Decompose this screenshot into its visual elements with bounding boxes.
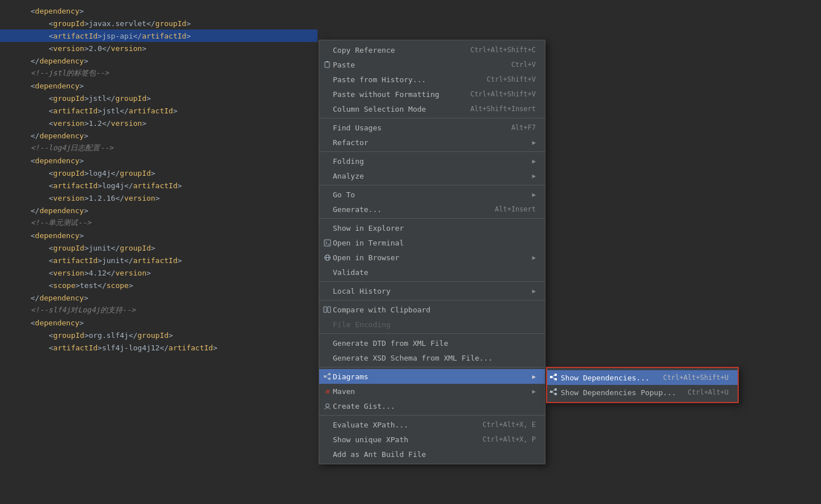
code-line: <dependency> [0, 154, 318, 167]
folding-item[interactable]: Folding ▶ [319, 154, 545, 168]
code-line: <!--log4j日志配置--> [0, 142, 318, 154]
code-line: <version>2.0</version> [0, 42, 318, 54]
code-line: <!--单元测试--> [0, 217, 318, 229]
code-line: <artifactId>slf4j-log4j12</artifactId> [0, 341, 318, 354]
code-line: <artifactId>jstl</artifactId> [0, 104, 318, 117]
generate-dtd-item[interactable]: Generate DTD from XML File [319, 336, 545, 350]
svg-line-13 [326, 376, 328, 379]
code-line: <version>1.2</version> [0, 117, 318, 129]
code-line: </dependency> [0, 291, 318, 304]
separator [319, 300, 545, 300]
file-encoding-item: File Encoding [319, 317, 545, 332]
add-ant-build-item[interactable]: Add as Ant Build File [319, 447, 545, 461]
svg-line-22 [552, 389, 555, 392]
context-menu: Copy Reference Ctrl+Alt+Shift+C Paste Ct… [319, 40, 545, 464]
code-line: <!--jstl的标签包--> [0, 67, 318, 79]
code-line: <!--slf4j对Log4j的支持--> [0, 304, 318, 316]
diagrams-item[interactable]: Diagrams ▶ Show Dependencies... Ctrl+Alt… [319, 369, 545, 384]
code-line: </dependency> [0, 204, 318, 217]
paste-item[interactable]: Paste Ctrl+V [319, 57, 545, 72]
diagram-icon [321, 372, 333, 380]
refactor-item[interactable]: Refactor ▶ [319, 135, 545, 150]
code-line: <groupId>org.slf4j</groupId> [0, 329, 318, 341]
svg-rect-16 [555, 378, 557, 380]
diagrams-submenu: Show Dependencies... Ctrl+Alt+Shift+U Sh… [546, 367, 739, 403]
show-unique-xpath-item[interactable]: Show unique XPath Ctrl+Alt+X, P [319, 432, 545, 447]
svg-line-23 [552, 392, 555, 394]
svg-rect-19 [550, 391, 552, 393]
svg-rect-21 [555, 393, 557, 395]
separator [319, 185, 545, 185]
show-dependencies-item[interactable]: Show Dependencies... Ctrl+Alt+Shift+U [547, 370, 738, 385]
separator [319, 333, 545, 334]
separator [319, 367, 545, 367]
go-to-item[interactable]: Go To ▶ [319, 187, 545, 202]
validate-item[interactable]: Validate [319, 265, 545, 279]
open-browser-item[interactable]: Open in Browser ▶ [319, 250, 545, 265]
code-line: </dependency> [0, 129, 318, 142]
code-line: <groupId>log4j</groupId> [0, 167, 318, 179]
compare-clipboard-item[interactable]: Compare with Clipboard [319, 302, 545, 317]
svg-rect-10 [328, 373, 331, 375]
open-terminal-item[interactable]: Open in Terminal [319, 235, 545, 250]
column-selection-item[interactable]: Column Selection Mode Alt+Shift+Insert [319, 101, 545, 116]
code-line: <version>4.12</version> [0, 266, 318, 279]
code-line: <groupId>jstl</groupId> [0, 92, 318, 104]
code-line: <artifactId>junit</artifactId> [0, 254, 318, 266]
svg-rect-15 [555, 374, 557, 376]
diagram-submenu-icon2 [549, 388, 557, 397]
maven-icon: m [321, 388, 333, 395]
separator [319, 218, 545, 219]
code-line: <artifactId>log4j</artifactId> [0, 179, 318, 192]
svg-rect-20 [555, 388, 557, 391]
evaluate-xpath-item[interactable]: Evaluate XPath... Ctrl+Alt+X, E [319, 417, 545, 432]
create-gist-item[interactable]: Create Gist... [319, 399, 545, 413]
code-line: <groupId>junit</groupId> [0, 242, 318, 254]
diagram-submenu-icon [549, 373, 557, 383]
github-icon [321, 403, 333, 410]
paste-history-item[interactable]: Paste from History... Ctrl+Shift+V [319, 72, 545, 87]
paste-no-format-item[interactable]: Paste without Formatting Ctrl+Alt+Shift+… [319, 87, 545, 101]
separator [319, 281, 545, 282]
separator [319, 151, 545, 152]
svg-rect-8 [328, 307, 331, 312]
code-line-selected: <artifactId>jsp-api</artifactId> [0, 29, 318, 42]
code-line: <dependency> [0, 79, 318, 92]
paste-icon [321, 61, 333, 69]
separator [319, 118, 545, 118]
svg-rect-0 [325, 62, 329, 67]
svg-line-18 [552, 377, 555, 379]
code-line: <dependency> [0, 229, 318, 242]
compare-icon [321, 306, 333, 314]
generate-item[interactable]: Generate... Alt+Insert [319, 202, 545, 217]
show-dependencies-popup-item[interactable]: Show Dependencies Popup... Ctrl+Alt+U [547, 385, 738, 400]
svg-line-17 [552, 375, 555, 377]
terminal-icon [321, 239, 333, 247]
code-line: <groupId>javax.servlet</groupId> [0, 17, 318, 29]
code-line: <dependency> [0, 316, 318, 329]
code-editor: <dependency> <groupId>javax.servlet</gro… [0, 0, 318, 504]
svg-rect-14 [550, 376, 552, 378]
svg-rect-9 [324, 375, 326, 378]
copy-reference-item[interactable]: Copy Reference Ctrl+Alt+Shift+C [319, 43, 545, 57]
svg-point-24 [325, 404, 329, 407]
svg-rect-11 [328, 378, 331, 380]
show-explorer-item[interactable]: Show in Explorer [319, 221, 545, 235]
analyze-item[interactable]: Analyze ▶ [319, 168, 545, 183]
browser-icon [321, 254, 333, 261]
generate-xsd-item[interactable]: Generate XSD Schema from XML File... [319, 350, 545, 365]
maven-item[interactable]: m Maven ▶ [319, 384, 545, 399]
code-line: <version>1.2.16</version> [0, 192, 318, 204]
code-line: </dependency> [0, 54, 318, 67]
svg-rect-7 [324, 307, 327, 312]
find-usages-item[interactable]: Find Usages Alt+F7 [319, 120, 545, 135]
code-line: <scope>test</scope> [0, 279, 318, 291]
svg-rect-1 [326, 61, 328, 62]
local-history-item[interactable]: Local History ▶ [319, 283, 545, 298]
separator [319, 415, 545, 416]
code-line: <dependency> [0, 5, 318, 17]
svg-line-12 [326, 374, 328, 376]
